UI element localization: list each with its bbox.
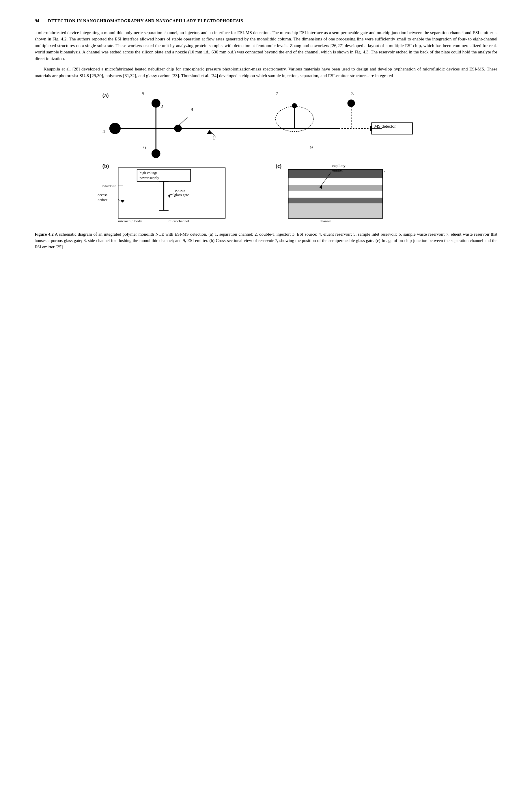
capillary-tick: ' [384,170,385,175]
label-c: (c) [276,163,282,169]
hv-label1: high voltage [139,171,158,175]
access-label2: orifice [98,198,107,202]
label-1: 1 [212,135,215,141]
chip-layer-2 [288,178,382,185]
label-b: (b) [102,163,109,169]
figure-4-2: (a) 5 7 3 2 8 4 1 6 9 [35,88,497,250]
label-4: 4 [102,129,105,134]
figure-caption-text: A schematic diagram of an integrated pol… [35,232,497,249]
label-a: (a) [102,92,109,98]
page-header: 94 DETECTION IN NANOCHROMATOGRAPHY AND N… [35,17,497,24]
node-7 [292,104,297,108]
figure-caption: Figure 4.2 A schematic diagram of an int… [35,231,497,250]
paragraph-2: Kauppila et al. [28] developed a microfa… [35,66,497,79]
capillary-label2: emitter [332,168,343,172]
porous-label2: glass gate [174,192,189,197]
diagram-svg: (a) 5 7 3 2 8 4 1 6 9 [93,88,439,226]
figure-label: Figure 4.2 [35,232,54,237]
page-number: 94 [35,17,39,24]
node-3 [347,99,355,107]
hv-label2: power supply [139,176,159,180]
figure-diagram: (a) 5 7 3 2 8 4 1 6 9 [93,88,439,226]
paragraph-1-text: a microfabricated device integrating a m… [35,30,497,61]
label-2: 2 [160,104,163,109]
label-9: 9 [310,144,312,150]
chip-layer-5 [288,198,382,204]
chip-layer-3 [288,185,382,191]
chip-layer-bottom [288,203,382,218]
access-label1: access [98,192,107,197]
page-title: DETECTION IN NANOCHROMATOGRAPHY AND NANO… [48,18,243,24]
reservoir-label: reservoir [102,183,116,188]
capillary-label1: capillary [332,164,345,168]
microchannel-label: microchannel [168,219,189,223]
label-3: 3 [351,91,354,96]
label-6: 6 [143,144,146,150]
channel-label: channel [320,219,331,223]
label-8: 8 [191,107,193,112]
microchip-label: microchip body [118,219,142,223]
paragraph-1: a microfabricated device integrating a m… [35,30,497,62]
ms-detector-label1: MS detector [374,124,396,129]
label-5: 5 [142,91,144,96]
node-4 [109,123,120,134]
porous-label1: porous [175,188,185,192]
label-7: 7 [276,91,278,96]
chip-layer-4 [288,191,382,198]
paragraph-2-text: Kauppila et al. [28] developed a microfa… [35,67,497,78]
